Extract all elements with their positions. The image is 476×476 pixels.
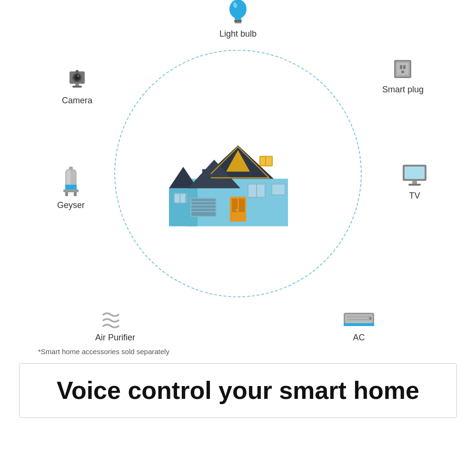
diagram-area: Light bulb xyxy=(67,5,409,352)
svg-rect-27 xyxy=(405,167,425,179)
svg-rect-49 xyxy=(191,202,216,204)
svg-point-12 xyxy=(76,70,79,73)
voice-banner-text: Voice control your smart home xyxy=(57,377,419,404)
svg-rect-3 xyxy=(235,22,241,23)
svg-point-0 xyxy=(229,0,247,19)
svg-point-18 xyxy=(401,70,404,73)
svg-rect-59 xyxy=(175,194,179,202)
ac-icon xyxy=(342,310,376,330)
svg-rect-45 xyxy=(239,198,245,212)
svg-rect-50 xyxy=(191,205,216,208)
svg-rect-64 xyxy=(266,157,272,165)
svg-rect-2 xyxy=(234,20,242,22)
svg-rect-11 xyxy=(72,86,82,88)
airpurifier-icon xyxy=(99,310,132,330)
tv-icon xyxy=(401,162,428,188)
camera-label: Camera xyxy=(62,96,92,106)
svg-rect-17 xyxy=(403,65,406,69)
svg-rect-22 xyxy=(65,185,77,189)
geyser-label: Geyser xyxy=(57,200,85,210)
smartplug-icon xyxy=(390,57,415,82)
svg-rect-25 xyxy=(74,192,77,196)
svg-rect-52 xyxy=(191,212,216,216)
voice-banner: Voice control your smart home xyxy=(19,363,457,418)
svg-rect-57 xyxy=(272,184,285,194)
lightbulb-label: Light bulb xyxy=(219,29,257,39)
device-smartplug: Smart plug xyxy=(382,57,424,95)
svg-rect-61 xyxy=(202,169,211,183)
svg-rect-1 xyxy=(235,18,241,20)
device-ac: AC xyxy=(342,310,376,343)
svg-rect-32 xyxy=(347,316,371,317)
svg-rect-54 xyxy=(248,184,256,197)
svg-rect-63 xyxy=(260,157,265,165)
svg-rect-28 xyxy=(412,181,417,184)
main-container: Light bulb xyxy=(0,0,476,476)
svg-rect-24 xyxy=(65,192,68,196)
airpurifier-label: Air Purifier xyxy=(95,333,135,343)
svg-rect-23 xyxy=(69,167,73,170)
smartplug-label: Smart plug xyxy=(382,85,424,95)
lightbulb-icon xyxy=(226,0,250,26)
svg-point-35 xyxy=(369,317,372,320)
camera-icon xyxy=(65,67,89,93)
device-camera: Camera xyxy=(62,67,92,106)
tv-label: TV xyxy=(409,191,420,201)
svg-rect-33 xyxy=(347,319,371,320)
geyser-icon xyxy=(59,167,83,198)
svg-point-46 xyxy=(236,209,238,211)
device-tv: TV xyxy=(401,162,428,201)
device-geyser: Geyser xyxy=(57,167,85,210)
device-lightbulb: Light bulb xyxy=(219,0,257,39)
ac-label: AC xyxy=(353,333,365,343)
svg-rect-48 xyxy=(191,198,216,201)
svg-rect-21 xyxy=(63,189,79,192)
device-airpurifier: Air Purifier xyxy=(95,310,135,343)
svg-rect-55 xyxy=(257,184,265,197)
svg-rect-15 xyxy=(397,63,408,75)
svg-rect-34 xyxy=(344,323,374,326)
svg-rect-16 xyxy=(400,65,402,69)
svg-rect-51 xyxy=(191,208,216,211)
svg-rect-60 xyxy=(180,194,185,202)
svg-point-9 xyxy=(78,76,79,77)
house-illustration xyxy=(164,121,312,231)
svg-rect-29 xyxy=(408,184,421,186)
